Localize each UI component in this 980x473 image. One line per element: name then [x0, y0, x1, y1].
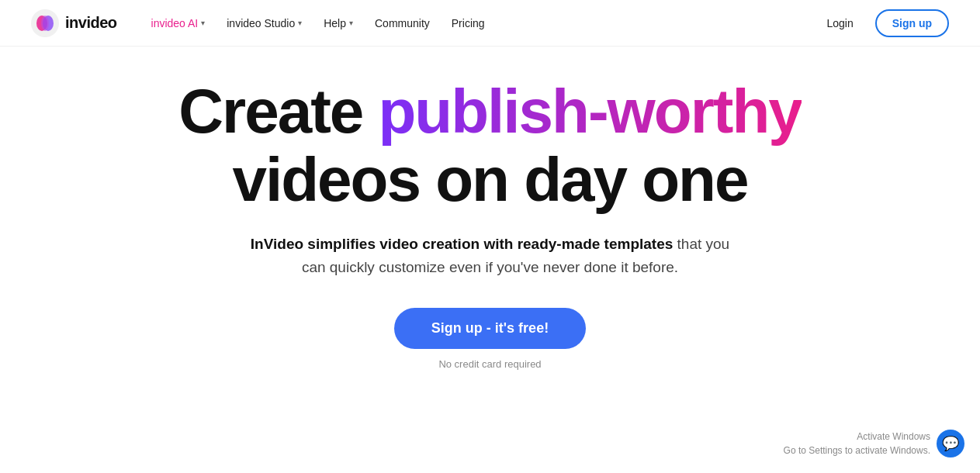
hero-title-suffix: videos on day one	[233, 145, 748, 214]
nav-help[interactable]: Help ▾	[314, 12, 362, 34]
hero-title-gradient: publish-worthy	[378, 77, 801, 146]
chat-icon[interactable]: 💬	[937, 430, 964, 457]
nav-invideo-ai[interactable]: invideo AI ▾	[142, 12, 215, 34]
nav-invideo-studio[interactable]: invideo Studio ▾	[217, 12, 311, 34]
chevron-down-icon: ▾	[201, 19, 205, 27]
logo-text: invideo	[65, 14, 117, 32]
nav-pricing[interactable]: Pricing	[442, 12, 494, 34]
hero-section: Create publish-worthy videos on day one …	[0, 47, 980, 385]
logo[interactable]: invideo	[31, 9, 117, 37]
nav-links: invideo AI ▾ invideo Studio ▾ Help ▾ Com…	[142, 12, 818, 34]
chevron-down-icon: ▾	[349, 19, 353, 27]
navbar: invideo invideo AI ▾ invideo Studio ▾ He…	[0, 0, 980, 47]
hero-subtitle-bold: InVideo simplifies video creation with r…	[251, 236, 673, 252]
login-button[interactable]: Login	[817, 12, 862, 34]
watermark-line2: Go to Settings to activate Windows.	[784, 444, 930, 457]
watermark-line1: Activate Windows	[784, 430, 930, 444]
nav-right: Login Sign up	[817, 9, 949, 37]
hero-title: Create publish-worthy videos on day one	[178, 78, 802, 214]
nav-community[interactable]: Community	[365, 12, 439, 34]
svg-point-3	[41, 16, 49, 31]
signup-button[interactable]: Sign up	[875, 9, 949, 37]
hero-subtitle: InVideo simplifies video creation with r…	[250, 233, 731, 280]
hero-title-prefix: Create	[178, 77, 378, 146]
windows-watermark: Activate Windows Go to Settings to activ…	[784, 430, 964, 457]
no-credit-label: No credit card required	[438, 358, 541, 370]
chevron-down-icon: ▾	[298, 19, 302, 27]
logo-icon	[31, 9, 59, 37]
cta-button[interactable]: Sign up - it's free!	[394, 308, 586, 349]
